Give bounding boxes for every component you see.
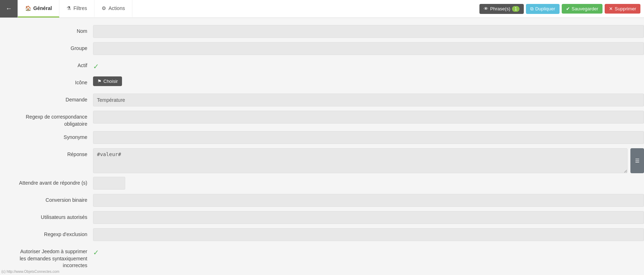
tab-general[interactable]: 🏠 Général bbox=[18, 0, 59, 18]
label-actif: Actif bbox=[0, 59, 93, 69]
input-nom[interactable] bbox=[93, 25, 644, 38]
input-attendre[interactable] bbox=[93, 177, 125, 190]
navbar-left: ← 🏠 Général ⚗ Filtres ⚙ Actions bbox=[0, 0, 132, 18]
label-regexp: Regexp de correspondanceobligatoire bbox=[0, 111, 93, 128]
tab-filtres-label: Filtres bbox=[73, 5, 87, 11]
row-attendre: Attendre avant de répondre (s) bbox=[0, 177, 644, 190]
row-reponse: Réponse #valeur# ☰ bbox=[0, 148, 644, 173]
control-synonyme bbox=[93, 131, 644, 144]
control-regexp bbox=[93, 111, 644, 124]
row-utilisateurs: Utilisateurs autorisés bbox=[0, 211, 644, 225]
row-demande: Demande bbox=[0, 94, 644, 107]
label-utilisateurs: Utilisateurs autorisés bbox=[0, 211, 93, 221]
control-groupe bbox=[93, 42, 644, 55]
tab-filtres[interactable]: ⚗ Filtres bbox=[59, 0, 94, 18]
row-groupe: Groupe bbox=[0, 42, 644, 56]
copy-icon: ⧉ bbox=[530, 6, 533, 12]
row-autoriser: Autoriser Jeedom à supprimerles demandes… bbox=[0, 245, 644, 269]
navbar-right: 👁 Phrase(s) 1 ⧉ Dupliquer ✔ Sauvegarder … bbox=[476, 0, 644, 18]
control-conversion bbox=[93, 194, 644, 207]
input-demande[interactable] bbox=[93, 94, 644, 106]
input-utilisateurs[interactable] bbox=[93, 211, 644, 224]
control-demande bbox=[93, 94, 644, 106]
delete-label: Supprimer bbox=[615, 6, 636, 11]
label-attendre: Attendre avant de répondre (s) bbox=[0, 177, 93, 187]
save-label: Sauvegarder bbox=[572, 6, 598, 11]
general-icon: 🏠 bbox=[25, 5, 31, 11]
label-regexp-exclusion: Regexp d'exclusion bbox=[0, 228, 93, 238]
filter-icon: ⚗ bbox=[67, 5, 71, 11]
save-icon: ✔ bbox=[566, 6, 570, 11]
label-synonyme: Synonyme bbox=[0, 131, 93, 141]
input-regexp-exclusion[interactable] bbox=[93, 228, 644, 241]
phrase-label: Phrase(s) bbox=[490, 6, 510, 11]
duplicate-label: Dupliquer bbox=[535, 6, 555, 11]
control-attendre bbox=[93, 177, 644, 190]
list-icon: ☰ bbox=[635, 158, 640, 164]
row-icone: Icône ⚑ Choisir bbox=[0, 76, 644, 90]
duplicate-button[interactable]: ⧉ Dupliquer bbox=[526, 4, 560, 14]
label-groupe: Groupe bbox=[0, 42, 93, 52]
phrase-badge: 1 bbox=[512, 6, 519, 12]
label-icone: Icône bbox=[0, 76, 93, 86]
back-button[interactable]: ← bbox=[0, 0, 18, 18]
choose-label: Choisir bbox=[103, 79, 118, 84]
save-button[interactable]: ✔ Sauvegarder bbox=[562, 4, 602, 14]
choose-icon-button[interactable]: ⚑ Choisir bbox=[93, 76, 122, 86]
control-utilisateurs bbox=[93, 211, 644, 224]
delete-button[interactable]: ✕ Supprimer bbox=[605, 4, 640, 14]
delete-icon: ✕ bbox=[609, 6, 613, 11]
row-conversion: Conversion binaire bbox=[0, 194, 644, 208]
tab-actions[interactable]: ⚙ Actions bbox=[94, 0, 132, 18]
label-autoriser: Autoriser Jeedom à supprimerles demandes… bbox=[0, 245, 93, 269]
actif-check-icon[interactable]: ✓ bbox=[93, 62, 99, 71]
flag-icon: ⚑ bbox=[97, 79, 102, 84]
textarea-reponse[interactable]: #valeur# bbox=[93, 148, 628, 173]
label-demande: Demande bbox=[0, 94, 93, 104]
main-content: Nom Groupe Actif ✓ Icône ⚑ Choisir Deman… bbox=[0, 18, 644, 275]
navbar: ← 🏠 Général ⚗ Filtres ⚙ Actions 👁 Phrase… bbox=[0, 0, 644, 18]
phrase-button[interactable]: 👁 Phrase(s) 1 bbox=[479, 4, 524, 14]
row-regexp-exclusion: Regexp d'exclusion bbox=[0, 228, 644, 242]
input-synonyme[interactable] bbox=[93, 131, 644, 144]
template-button[interactable]: ☰ bbox=[630, 148, 644, 173]
autoriser-check-icon[interactable]: ✓ bbox=[93, 248, 99, 257]
row-regexp: Regexp de correspondanceobligatoire bbox=[0, 111, 644, 128]
label-reponse: Réponse bbox=[0, 148, 93, 158]
input-conversion[interactable] bbox=[93, 194, 644, 207]
tab-actions-label: Actions bbox=[108, 5, 125, 11]
eye-icon: 👁 bbox=[484, 6, 488, 11]
label-conversion: Conversion binaire bbox=[0, 194, 93, 204]
control-icone: ⚑ Choisir bbox=[93, 76, 644, 86]
row-nom: Nom bbox=[0, 25, 644, 39]
input-regexp[interactable] bbox=[93, 111, 644, 124]
control-nom bbox=[93, 25, 644, 38]
footer-text: (c) http://www.ObjetsConnectes.com bbox=[1, 270, 59, 274]
row-actif: Actif ✓ bbox=[0, 59, 644, 73]
row-synonyme: Synonyme bbox=[0, 131, 644, 145]
control-regexp-exclusion bbox=[93, 228, 644, 241]
arrow-left-icon: ← bbox=[6, 5, 12, 12]
control-actif: ✓ bbox=[93, 59, 644, 71]
input-groupe[interactable] bbox=[93, 42, 644, 55]
control-autoriser: ✓ bbox=[93, 245, 644, 257]
cog-icon: ⚙ bbox=[102, 5, 106, 11]
control-reponse: #valeur# ☰ bbox=[93, 148, 644, 173]
label-nom: Nom bbox=[0, 25, 93, 35]
tab-general-label: Général bbox=[33, 5, 52, 11]
